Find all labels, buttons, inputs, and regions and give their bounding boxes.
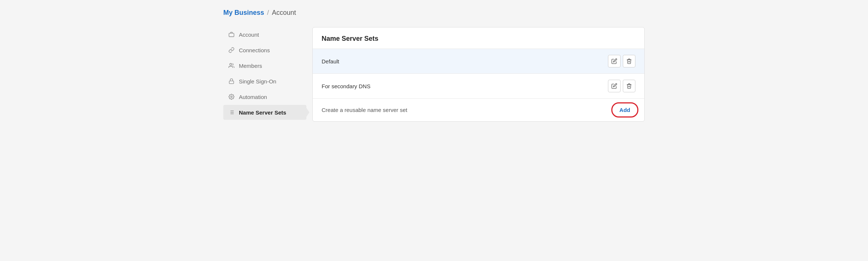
sidebar-item-automation-label: Automation [239,94,267,100]
trash-icon [626,58,632,64]
people-icon [228,62,235,69]
content-panel: Name Server Sets Default [312,27,645,122]
breadcrumb: My Business / Account [223,9,645,17]
delete-button-secondary-dns[interactable] [623,80,635,92]
svg-point-3 [231,96,232,98]
sidebar-item-sso[interactable]: Single Sign-On [223,74,306,89]
edit-button-secondary-dns[interactable] [608,80,621,92]
add-button-wrapper: Add [614,105,635,115]
svg-rect-2 [229,81,234,83]
row-actions-default [608,55,635,67]
sidebar-item-automation[interactable]: Automation [223,89,306,104]
lock-icon [228,77,235,85]
svg-rect-0 [229,33,234,37]
sidebar-item-connections-label: Connections [239,47,270,53]
server-set-row-secondary-dns: For secondary DNS [313,74,644,99]
breadcrumb-current: Account [272,9,296,17]
svg-point-1 [230,63,231,65]
sidebar-item-members-label: Members [239,63,262,69]
sidebar: Account Connections [223,27,312,120]
panel-title: Name Server Sets [322,35,635,43]
breadcrumb-home[interactable]: My Business [223,9,264,17]
sidebar-item-connections[interactable]: Connections [223,43,306,57]
add-row-label: Create a reusable name server set [322,107,407,113]
edit-button-default[interactable] [608,55,621,67]
server-set-row-default: Default [313,49,644,74]
trash-icon-2 [626,83,632,89]
server-set-name-secondary-dns: For secondary DNS [322,83,371,89]
edit-icon-2 [611,83,617,89]
server-set-name-default: Default [322,58,339,65]
row-actions-secondary-dns [608,80,635,92]
list-icon [228,109,235,116]
briefcase-icon [228,31,235,38]
edit-icon [611,58,617,64]
sidebar-item-name-server-sets[interactable]: Name Server Sets [223,105,306,120]
delete-button-default[interactable] [623,55,635,67]
sidebar-item-account[interactable]: Account [223,27,306,42]
sidebar-item-members[interactable]: Members [223,58,306,73]
panel-header: Name Server Sets [313,27,644,49]
link-icon [228,46,235,54]
sidebar-item-sso-label: Single Sign-On [239,78,276,85]
sidebar-item-name-server-sets-label: Name Server Sets [239,109,286,116]
add-row: Create a reusable name server set Add [313,99,644,121]
add-button[interactable]: Add [614,105,635,115]
main-layout: Account Connections [223,27,645,122]
breadcrumb-separator: / [267,9,269,17]
gear-icon [228,93,235,100]
sidebar-item-account-label: Account [239,32,259,38]
